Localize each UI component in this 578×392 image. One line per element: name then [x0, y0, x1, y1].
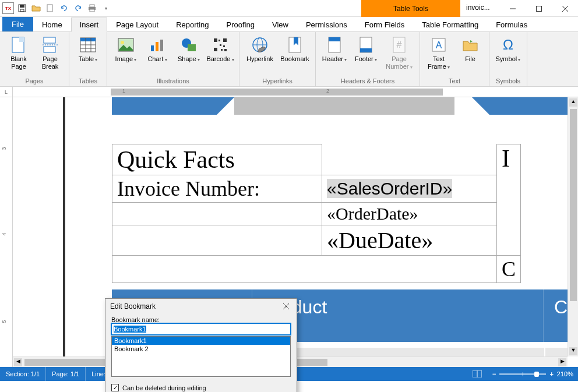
- page-number-button: # PageNumber: [382, 33, 416, 75]
- svg-rect-26: [160, 40, 163, 51]
- text-frame-button[interactable]: A TextFrame: [424, 33, 454, 75]
- page-break-icon: [41, 36, 59, 54]
- symbol-button[interactable]: Ω Symbol: [493, 33, 523, 75]
- qat-dropdown-icon[interactable]: ▾: [99, 1, 113, 15]
- maximize-button[interactable]: [526, 0, 552, 17]
- svg-rect-3: [47, 5, 52, 12]
- hyperlink-icon: [251, 36, 269, 54]
- list-item[interactable]: Bookmark 2: [112, 345, 290, 353]
- open-icon[interactable]: [29, 1, 43, 15]
- svg-rect-5: [90, 5, 94, 7]
- svg-rect-32: [220, 44, 221, 46]
- tab-formulas[interactable]: Formulas: [487, 17, 536, 31]
- tab-proofing[interactable]: Proofing: [218, 17, 263, 31]
- svg-rect-31: [214, 48, 217, 51]
- svg-rect-43: [329, 37, 340, 41]
- image-button[interactable]: Image: [111, 33, 141, 75]
- svg-rect-6: [90, 9, 94, 12]
- zoom-slider[interactable]: [499, 373, 546, 375]
- table-button[interactable]: Table: [73, 33, 103, 75]
- tab-home[interactable]: Home: [33, 17, 71, 31]
- field-due-date[interactable]: «DueDate»: [322, 225, 497, 256]
- zoom-value[interactable]: 210%: [557, 370, 573, 377]
- page-break-button[interactable]: PageBreak: [35, 33, 65, 75]
- tab-table-formatting[interactable]: Table Formatting: [413, 17, 487, 31]
- new-icon[interactable]: [43, 1, 57, 15]
- close-button[interactable]: [552, 0, 578, 17]
- bookmark-button[interactable]: Bookmark: [278, 33, 312, 75]
- svg-rect-30: [223, 38, 227, 42]
- svg-text:Ω: Ω: [503, 37, 513, 52]
- tab-reporting[interactable]: Reporting: [167, 17, 217, 31]
- list-item[interactable]: Bookmark1: [112, 337, 290, 345]
- file-button[interactable]: File: [455, 33, 485, 75]
- chart-button[interactable]: Chart: [142, 33, 172, 75]
- svg-rect-12: [19, 37, 24, 42]
- svg-rect-25: [156, 42, 158, 51]
- undo-icon[interactable]: [57, 1, 71, 15]
- svg-rect-24: [151, 45, 154, 51]
- tab-permissions[interactable]: Permissions: [297, 17, 356, 31]
- file-tab[interactable]: File: [2, 17, 33, 31]
- bookmark-name-label: Bookmark name:: [111, 316, 291, 323]
- heading-quick-facts: Quick Facts: [112, 144, 322, 175]
- svg-point-23: [121, 41, 124, 44]
- shape-button[interactable]: Shape: [174, 33, 204, 75]
- footer-button[interactable]: Footer: [351, 33, 381, 75]
- bookmark-icon: [286, 36, 304, 54]
- svg-rect-2: [20, 9, 24, 12]
- document-title: invoic...: [466, 3, 490, 12]
- svg-rect-29: [214, 38, 217, 42]
- group-label-pages: Pages: [3, 76, 65, 86]
- save-icon[interactable]: [15, 1, 29, 15]
- hyperlink-button[interactable]: Hyperlink: [243, 33, 277, 75]
- invoice-number-label: Invoice Number:: [112, 175, 322, 203]
- page-number-icon: #: [390, 36, 408, 54]
- footer-icon: [357, 36, 375, 54]
- group-label-illustrations: Illustrations: [111, 76, 235, 86]
- zoom-in-button[interactable]: +: [549, 370, 553, 377]
- image-icon: [117, 36, 135, 54]
- layout-mode-icon[interactable]: [467, 367, 488, 381]
- app-icon: TX: [1, 1, 15, 15]
- svg-marker-51: [112, 97, 234, 115]
- ribbon-tabs: File Home Insert Page Layout Reporting P…: [0, 17, 578, 32]
- svg-text:A: A: [436, 40, 442, 50]
- bookmark-name-input[interactable]: [111, 323, 291, 335]
- blank-page-button[interactable]: BlankPage: [3, 33, 34, 75]
- group-label-hyperlinks: Hyperlinks: [243, 76, 312, 86]
- ruler-corner[interactable]: L: [0, 87, 13, 97]
- dialog-close-button[interactable]: [280, 301, 292, 312]
- symbol-icon: Ω: [499, 36, 517, 54]
- tab-form-fields[interactable]: Form Fields: [356, 17, 414, 31]
- horizontal-ruler[interactable]: L 1 2: [0, 87, 578, 97]
- minimize-button[interactable]: [499, 0, 526, 17]
- group-label-symbols: Symbols: [493, 76, 523, 86]
- status-section: Section: 1/1: [0, 367, 46, 381]
- svg-rect-36: [218, 40, 220, 41]
- can-delete-checkbox[interactable]: ✓ Can be deleted during editing: [111, 384, 291, 391]
- field-sales-order-id[interactable]: «SalesOrderID»: [327, 179, 452, 198]
- group-label-text: Text: [424, 76, 485, 86]
- facts-table[interactable]: Quick Facts I Invoice Number: «SalesOrde…: [112, 144, 521, 283]
- vertical-ruler[interactable]: 3 4 5: [0, 97, 13, 367]
- bookmark-list[interactable]: Bookmark1 Bookmark 2: [111, 336, 291, 377]
- dialog-title: Edit Bookmark: [110, 302, 156, 310]
- field-order-date[interactable]: «OrderDate»: [322, 203, 497, 225]
- redo-icon[interactable]: [71, 1, 85, 15]
- edit-bookmark-dialog: Edit Bookmark Bookmark name: Bookmark1 B…: [105, 298, 297, 392]
- tab-page-layout[interactable]: Page Layout: [107, 17, 167, 31]
- tab-view[interactable]: View: [263, 17, 297, 31]
- svg-rect-28: [188, 44, 196, 51]
- checkbox-icon: ✓: [111, 384, 119, 391]
- vertical-scrollbar[interactable]: ▲ ▼: [568, 97, 578, 356]
- header-button[interactable]: Header: [319, 33, 350, 75]
- barcode-button[interactable]: Barcode: [205, 33, 235, 75]
- print-icon[interactable]: [85, 1, 99, 15]
- zoom-out-button[interactable]: −: [492, 370, 496, 377]
- tab-insert[interactable]: Insert: [71, 17, 108, 32]
- svg-rect-45: [360, 48, 372, 52]
- svg-rect-17: [80, 38, 96, 41]
- svg-text:#: #: [397, 40, 402, 50]
- barcode-icon: [211, 36, 230, 54]
